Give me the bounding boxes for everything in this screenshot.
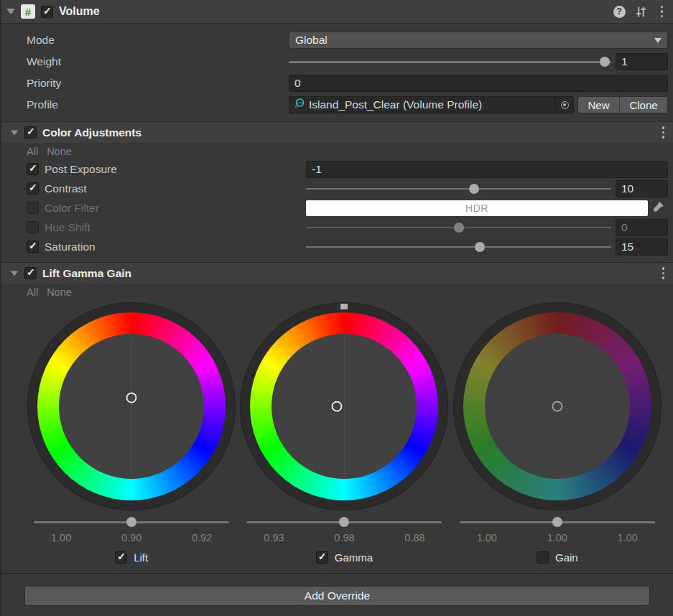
color-filter-swatch[interactable]: HDR [306,200,648,216]
gain-value-r: 1.00 [469,532,505,543]
saturation-checkbox[interactable] [27,241,39,253]
kebab-menu-icon[interactable] [658,124,669,141]
override-toggle-links: All None [1,284,673,302]
clone-profile-button[interactable]: Clone [620,96,668,113]
gain-offset-slider[interactable] [460,513,655,531]
color-adjustments-section: Color Adjustments All None Post Exposure… [1,121,673,256]
saturation-value-field[interactable]: 15 [616,238,668,256]
contrast-slider[interactable] [306,180,611,197]
post-exposure-checkbox[interactable] [27,163,39,175]
none-link[interactable]: None [47,146,72,157]
hue-shift-checkbox[interactable] [27,221,39,233]
lift-offset-slider[interactable] [34,513,229,531]
gamma-value-r: 0.93 [256,532,292,543]
help-icon[interactable]: ? [613,6,626,18]
color-adjustments-enabled-checkbox[interactable] [24,126,37,139]
profile-object-field[interactable]: 0 Island_Post_Clear (Volume Profile) [289,96,555,113]
volume-component-header: # Volume ? [1,0,673,24]
gain-wheel-cursor[interactable] [552,401,562,412]
contrast-label: Contrast [45,182,300,195]
lift-label: Lift [134,551,148,564]
gain-value-b: 1.00 [610,532,646,543]
post-exposure-field[interactable]: -1 [306,161,668,178]
gamma-wheel-cursor[interactable] [332,401,343,412]
mode-dropdown-value: Global [295,34,328,47]
lift-gamma-gain-section: Lift Gamma Gain All None 1.00 0.90 0.92 [1,262,673,566]
gamma-rgb-values: 0.93 0.98 0.88 [240,531,448,543]
all-link[interactable]: All [27,286,38,298]
new-profile-button[interactable]: New [577,96,620,113]
gamma-wheel-column: 0.93 0.98 0.88 Gamma [238,302,450,566]
weight-label: Weight [27,55,289,68]
gamma-checkbox[interactable] [316,551,328,564]
mode-label: Mode [27,34,289,47]
profile-asset-icon: 0 [294,98,305,112]
lift-wheel-column: 1.00 0.90 0.92 Lift [25,302,238,566]
gamma-offset-slider[interactable] [246,513,442,531]
foldout-arrow-icon[interactable] [11,271,18,276]
post-exposure-label: Post Exposure [45,163,300,176]
component-enabled-checkbox[interactable] [41,6,53,18]
component-title: Volume [59,5,100,18]
mode-dropdown[interactable]: Global [289,32,668,49]
none-link[interactable]: None [47,286,72,298]
color-filter-label: Color Filter [45,202,300,215]
kebab-menu-icon[interactable] [658,265,669,281]
hue-shift-value-field[interactable]: 0 [616,219,668,236]
color-filter-row: Color Filter HDR [1,198,673,218]
lift-rgb-values: 1.00 0.90 0.92 [27,531,236,543]
gain-rgb-values: 1.00 1.00 1.00 [453,531,662,543]
gamma-value-g: 0.98 [326,532,362,543]
foldout-arrow-icon[interactable] [6,9,15,14]
presets-icon[interactable] [635,6,647,18]
hue-shift-slider[interactable] [306,219,611,236]
profile-row: Profile 0 Island_Post_Clear (Volume Prof… [1,94,668,116]
all-link[interactable]: All [27,146,38,157]
lift-value-r: 1.00 [43,532,79,543]
lift-gamma-gain-enabled-checkbox[interactable] [24,267,37,279]
inspector-footer: Add Override [1,573,673,606]
gain-color-wheel[interactable] [453,302,662,510]
gain-label: Gain [555,551,578,564]
gamma-hue-marker [340,304,348,309]
color-filter-checkbox[interactable] [27,202,39,214]
priority-value-field[interactable]: 0 [289,75,668,92]
saturation-label: Saturation [45,241,300,253]
profile-object-name: Island_Post_Clear (Volume Profile) [309,98,482,111]
gain-wheel-column: 1.00 1.00 1.00 Gain [451,302,664,566]
gamma-toggle: Gamma [316,548,373,566]
saturation-slider[interactable] [306,238,611,256]
contrast-checkbox[interactable] [27,182,39,195]
gamma-label: Gamma [335,551,373,564]
hdr-badge: HDR [465,202,488,214]
contrast-row: Contrast 10 [1,179,673,198]
object-picker-button[interactable] [555,96,574,113]
lift-color-wheel[interactable] [27,302,236,510]
gain-checkbox[interactable] [537,551,549,564]
svg-text:0: 0 [295,104,298,109]
section-title: Color Adjustments [42,126,141,139]
weight-value-field[interactable]: 1 [616,53,668,70]
contrast-value-field[interactable]: 10 [616,180,668,197]
gain-toggle: Gain [537,548,578,566]
gamma-color-wheel[interactable] [240,302,448,510]
saturation-row: Saturation 15 [1,237,673,256]
lift-value-g: 0.90 [113,532,149,543]
add-override-button[interactable]: Add Override [24,586,650,606]
weight-row: Weight 1 [1,51,668,73]
foldout-arrow-icon[interactable] [11,130,18,135]
kebab-menu-icon[interactable] [656,4,668,20]
color-adjustments-header[interactable]: Color Adjustments [1,121,673,143]
object-picker-icon [561,101,569,109]
weight-slider[interactable] [289,53,611,70]
lift-value-b: 0.92 [184,532,220,543]
override-toggle-links: All None [1,143,673,159]
priority-label: Priority [27,77,289,90]
lift-checkbox[interactable] [115,551,127,564]
volume-fields: Mode Global Weight 1 Priority 0 Profile [1,24,673,121]
priority-row: Priority 0 [1,73,668,94]
eyedropper-icon[interactable] [648,202,668,214]
lift-gamma-gain-header[interactable]: Lift Gamma Gain [1,262,673,284]
lift-wheel-cursor[interactable] [126,393,137,403]
hue-shift-label: Hue Shift [45,221,300,234]
